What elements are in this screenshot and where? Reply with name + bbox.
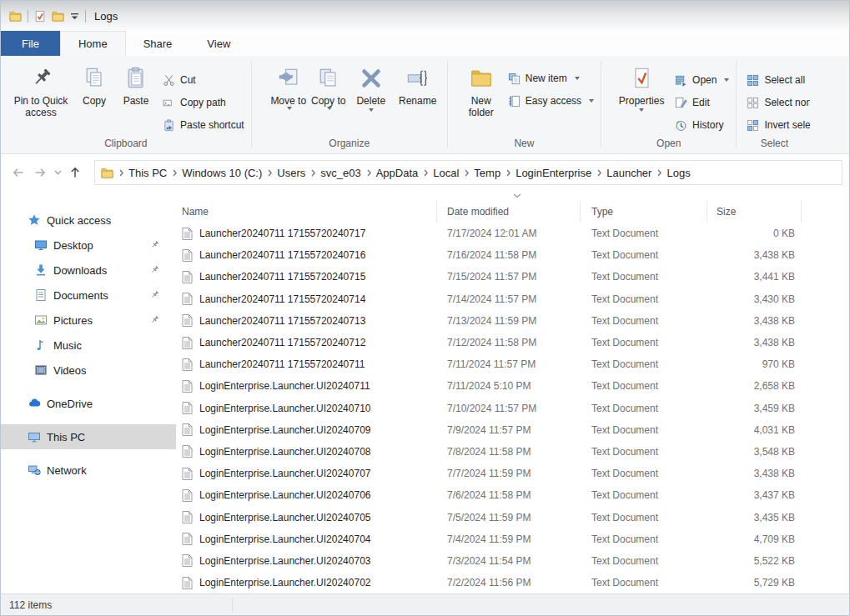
file-row[interactable]: Launcher20240711 17155720240712 7/12/202… — [176, 332, 849, 353]
breadcrumb-segment[interactable]: Temp — [474, 167, 500, 179]
folder-icon[interactable] — [9, 11, 22, 22]
file-type: Text Document — [581, 271, 707, 283]
cut-button[interactable]: Cut — [163, 71, 244, 89]
file-row[interactable]: LoginEnterprise.Launcher.UI20240702 7/2/… — [176, 572, 849, 593]
new-folder-button[interactable]: New folder — [460, 61, 503, 118]
sidebar-item-videos[interactable]: Videos — [1, 358, 176, 383]
file-row[interactable]: Launcher20240711 17155720240713 7/13/202… — [176, 310, 849, 332]
file-name: Launcher20240711 17155720240715 — [199, 271, 365, 283]
copy-path-button[interactable]: Copy path — [163, 93, 244, 112]
breadcrumb-segment[interactable]: This PC — [128, 167, 167, 179]
sidebar-item-quick-access[interactable]: Quick access — [1, 208, 176, 233]
column-header-size[interactable]: Size — [707, 201, 802, 223]
paste-shortcut-button[interactable]: Paste shortcut — [163, 116, 244, 134]
file-type: Text Document — [581, 337, 707, 348]
sidebar-item-desktop[interactable]: Desktop — [1, 233, 176, 258]
breadcrumb-segment[interactable]: Users — [277, 167, 305, 179]
column-header-date-modified[interactable]: Date modified — [437, 201, 581, 223]
file-row[interactable]: LoginEnterprise.Launcher.UI20240708 7/8/… — [176, 441, 849, 463]
breadcrumb-chevron-icon[interactable] — [418, 169, 433, 177]
column-header-type[interactable]: Type — [581, 201, 707, 223]
breadcrumb-chevron-icon[interactable] — [262, 169, 277, 177]
file-name: LoginEnterprise.Launcher.UI20240707 — [199, 468, 371, 479]
file-name: LoginEnterprise.Launcher.UI20240708 — [199, 446, 371, 458]
history-button[interactable]: History — [675, 116, 729, 134]
file-row[interactable]: LoginEnterprise.Launcher.UI20240710 7/10… — [176, 398, 849, 419]
file-row[interactable]: Launcher20240711 17155720240717 7/17/202… — [176, 223, 849, 244]
invert-selection-button[interactable]: Invert selection — [747, 116, 810, 134]
breadcrumb-chevron-icon[interactable] — [459, 169, 474, 177]
address-breadcrumb-box[interactable]: This PC Windows 10 (C:) Users sv — [94, 160, 842, 185]
file-row[interactable]: Launcher20240711 17155720240714 7/14/202… — [176, 288, 849, 310]
breadcrumb-chevron-icon[interactable] — [591, 169, 606, 177]
text-document-icon — [182, 337, 193, 349]
properties-check-icon[interactable] — [34, 10, 46, 23]
new-item-button[interactable]: New item — [508, 69, 594, 88]
copy-to-button[interactable]: Copy to — [309, 61, 349, 110]
tab-share[interactable]: Share — [126, 31, 190, 56]
move-to-button[interactable]: Move to — [269, 61, 309, 110]
up-button[interactable] — [64, 162, 86, 183]
file-row[interactable]: Launcher20240711 17155720240715 7/15/202… — [176, 266, 849, 288]
file-row[interactable]: Launcher20240711 17155720240711 7/11/202… — [176, 353, 849, 375]
tab-view[interactable]: View — [189, 31, 248, 56]
sidebar-item-music[interactable]: Music — [1, 333, 176, 358]
breadcrumb-segment[interactable]: Launcher — [606, 167, 651, 179]
text-document-icon — [182, 271, 193, 283]
file-row[interactable]: LoginEnterprise.Launcher.UI20240703 7/3/… — [176, 550, 849, 572]
easy-access-button[interactable]: Easy access — [508, 92, 594, 110]
paste-button[interactable]: Paste — [114, 61, 158, 107]
file-type: Text Document — [581, 555, 707, 567]
rename-button[interactable]: Rename — [394, 61, 442, 107]
title-bar: Logs — [1, 1, 849, 31]
delete-button[interactable]: Delete — [349, 61, 394, 112]
column-header-name[interactable]: Name — [176, 201, 437, 223]
tab-home[interactable]: Home — [60, 31, 126, 56]
tab-file[interactable]: File — [1, 31, 60, 56]
sidebar-item-downloads[interactable]: Downloads — [1, 258, 176, 283]
breadcrumb-segment[interactable]: LoginEnterprise — [516, 167, 591, 179]
ribbon-group-separator — [736, 61, 737, 148]
sidebar-item-network[interactable]: Network — [1, 458, 176, 483]
file-row[interactable]: Launcher20240711 17155720240716 7/16/202… — [176, 244, 849, 266]
file-row[interactable]: LoginEnterprise.Launcher.UI20240707 7/7/… — [176, 463, 849, 484]
back-button[interactable] — [8, 162, 29, 183]
breadcrumb-chevron-icon[interactable] — [305, 169, 320, 177]
breadcrumb-chevron-icon[interactable] — [651, 169, 666, 177]
select-all-button[interactable]: Select all — [747, 71, 810, 89]
file-row[interactable]: LoginEnterprise.Launcher.UI20240706 7/6/… — [176, 484, 849, 506]
breadcrumb-chevron-icon[interactable] — [361, 169, 376, 177]
open-button[interactable]: Open — [675, 71, 729, 89]
sidebar-item-onedrive[interactable]: OneDrive — [1, 391, 176, 416]
breadcrumb-segment[interactable]: svc_e03 — [320, 167, 360, 179]
recent-locations-dropdown[interactable] — [51, 162, 64, 183]
breadcrumb-segment[interactable]: Windows 10 (C:) — [182, 167, 262, 179]
file-size: 4,709 KB — [707, 533, 802, 545]
properties-button[interactable]: Properties — [613, 61, 670, 112]
edit-button[interactable]: Edit — [675, 93, 729, 112]
file-row[interactable]: LoginEnterprise.Launcher.UI20240705 7/5/… — [176, 506, 849, 528]
copy-button[interactable]: Copy — [74, 61, 114, 107]
new-folder-qat-icon[interactable] — [52, 11, 64, 22]
select-none-button[interactable]: Select none — [747, 93, 810, 112]
breadcrumb-segment[interactable]: AppData — [376, 167, 419, 179]
breadcrumb-segment[interactable]: Local — [433, 167, 459, 179]
file-date-modified: 7/15/2024 11:57 PM — [437, 271, 581, 283]
forward-button[interactable] — [29, 162, 51, 183]
breadcrumb-segment[interactable]: Logs — [666, 167, 690, 179]
pin-to-quick-access-button[interactable]: Pin to Quick access — [8, 61, 74, 118]
breadcrumb-chevron-icon[interactable] — [113, 169, 128, 177]
file-type: Text Document — [581, 533, 707, 545]
breadcrumb-chevron-icon[interactable] — [167, 169, 182, 177]
file-row[interactable]: LoginEnterprise.Launcher.UI20240709 7/9/… — [176, 419, 849, 441]
file-row[interactable]: LoginEnterprise.Launcher.UI20240711 7/11… — [176, 375, 849, 397]
customize-qat-dropdown-icon[interactable] — [70, 13, 79, 20]
file-name: Launcher20240711 17155720240717 — [199, 228, 365, 239]
file-name: Launcher20240711 17155720240716 — [199, 249, 365, 261]
text-document-icon — [182, 489, 193, 502]
sidebar-item-documents[interactable]: Documents — [1, 283, 176, 308]
sidebar-item-pictures[interactable]: Pictures — [1, 308, 176, 333]
breadcrumb-chevron-icon[interactable] — [500, 169, 516, 177]
sidebar-item-this-pc[interactable]: This PC — [1, 424, 176, 449]
file-row[interactable]: LoginEnterprise.Launcher.UI20240704 7/4/… — [176, 528, 849, 550]
